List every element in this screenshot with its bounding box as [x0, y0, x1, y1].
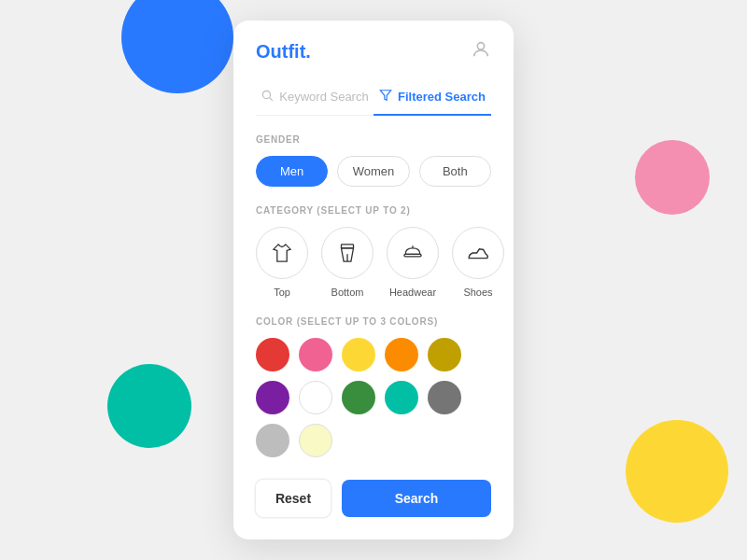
swatch-dark-green[interactable]	[342, 381, 375, 414]
category-label: CATEGORY (SELECT UP TO 2)	[256, 205, 491, 216]
swatch-light-yellow[interactable]	[299, 424, 332, 457]
bg-circle-teal	[107, 364, 191, 448]
category-grid: Top Bottom	[256, 227, 491, 298]
swatch-gray[interactable]	[428, 381, 461, 414]
reset-button[interactable]: Reset	[256, 480, 331, 517]
bg-circle-yellow	[626, 420, 728, 523]
bg-circle-pink	[635, 140, 710, 215]
logo-text: Outfit	[256, 41, 305, 62]
tab-filtered-label: Filtered Search	[398, 90, 486, 104]
top-icon-circle	[256, 227, 308, 279]
app-logo: Outfit.	[256, 41, 311, 63]
swatch-white[interactable]	[299, 381, 332, 414]
gender-men-button[interactable]: Men	[256, 156, 328, 187]
swatch-yellow[interactable]	[342, 338, 375, 371]
headwear-icon-circle	[387, 227, 439, 279]
bottom-icon-circle	[321, 227, 374, 279]
top-label: Top	[274, 287, 290, 298]
category-bottom[interactable]: Bottom	[321, 227, 374, 298]
color-grid	[256, 338, 491, 457]
headwear-label: Headwear	[389, 287, 436, 298]
tab-keyword-label: Keyword Search	[279, 90, 368, 104]
search-card: Outfit. Keyword Search	[233, 21, 514, 539]
card-content: GENDER Men Women Both CATEGORY (SELECT U…	[233, 116, 514, 457]
swatch-purple[interactable]	[256, 381, 289, 414]
gender-section: GENDER Men Women Both	[256, 134, 491, 187]
swatch-olive[interactable]	[428, 338, 461, 371]
gender-women-button[interactable]: Women	[337, 156, 409, 187]
card-header: Outfit.	[233, 21, 514, 64]
shoes-icon-circle	[452, 227, 504, 279]
svg-point-1	[263, 91, 271, 98]
tab-filtered[interactable]: Filtered Search	[374, 79, 491, 116]
color-label: COLOR (SELECT UP TO 3 COLORS)	[256, 316, 491, 327]
tab-keyword[interactable]: Keyword Search	[256, 79, 374, 116]
gender-label: GENDER	[256, 134, 491, 145]
filter-icon	[379, 89, 392, 105]
swatch-pink[interactable]	[299, 338, 332, 371]
search-icon	[261, 89, 274, 105]
category-headwear[interactable]: Headwear	[387, 227, 439, 298]
shoes-label: Shoes	[463, 287, 492, 298]
color-section: COLOR (SELECT UP TO 3 COLORS)	[256, 316, 491, 457]
swatch-red[interactable]	[256, 338, 289, 371]
svg-point-0	[477, 43, 484, 49]
swatch-light-gray[interactable]	[256, 424, 289, 457]
search-button[interactable]: Search	[342, 480, 491, 517]
gender-group: Men Women Both	[256, 156, 491, 187]
svg-line-2	[270, 98, 273, 101]
svg-rect-5	[404, 254, 421, 257]
logo-dot: .	[305, 41, 311, 62]
user-icon[interactable]	[471, 39, 491, 64]
category-section: CATEGORY (SELECT UP TO 2) Top	[256, 205, 491, 298]
category-top[interactable]: Top	[256, 227, 308, 298]
category-shoes[interactable]: Shoes	[452, 227, 504, 298]
tab-bar: Keyword Search Filtered Search	[256, 79, 491, 116]
bottom-label: Bottom	[331, 287, 364, 298]
action-row: Reset Search	[233, 480, 514, 517]
gender-both-button[interactable]: Both	[419, 156, 491, 187]
bg-circle-blue	[121, 0, 233, 93]
svg-marker-3	[380, 91, 391, 101]
swatch-teal[interactable]	[385, 381, 418, 414]
swatch-orange[interactable]	[385, 338, 418, 371]
